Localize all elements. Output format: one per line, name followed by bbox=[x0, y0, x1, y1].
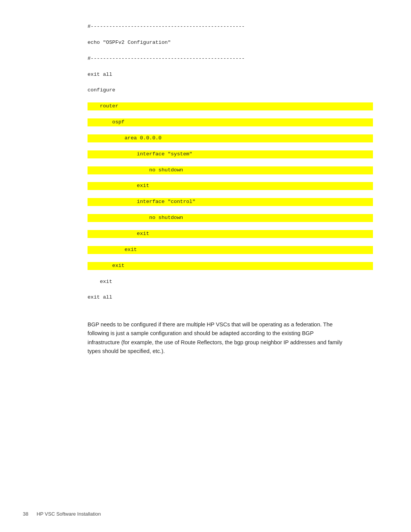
code-line: router bbox=[88, 102, 373, 110]
code-line: configure bbox=[88, 86, 373, 94]
code-line: echo "OSPFv2 Configuration" bbox=[88, 39, 373, 47]
code-line: exit bbox=[88, 246, 373, 254]
page-container: #---------------------------------------… bbox=[0, 0, 411, 532]
footer-title: HP VSC Software Installation bbox=[37, 511, 101, 517]
code-line: exit bbox=[88, 230, 373, 238]
code-line: exit bbox=[88, 262, 373, 270]
code-line: #---------------------------------------… bbox=[88, 23, 373, 31]
code-line: exit all bbox=[88, 71, 373, 79]
page-footer: 38 HP VSC Software Installation bbox=[23, 511, 101, 517]
code-line: no shutdown bbox=[88, 166, 373, 174]
code-line: area 0.0.0.0 bbox=[88, 134, 373, 142]
paragraph-text: BGP needs to be configured if there are … bbox=[88, 320, 346, 356]
code-line: exit all bbox=[88, 294, 373, 302]
footer-page-number: 38 bbox=[23, 511, 28, 517]
code-line: interface "control" bbox=[88, 198, 373, 206]
code-line: ospf bbox=[88, 118, 373, 126]
code-line: #---------------------------------------… bbox=[88, 55, 373, 63]
code-line: interface "system" bbox=[88, 150, 373, 158]
code-block: #---------------------------------------… bbox=[88, 23, 373, 310]
content-area: #---------------------------------------… bbox=[88, 0, 373, 356]
code-line: exit bbox=[88, 278, 373, 286]
code-line: exit bbox=[88, 182, 373, 190]
footer-spacer bbox=[30, 511, 35, 517]
code-line: no shutdown bbox=[88, 214, 373, 222]
